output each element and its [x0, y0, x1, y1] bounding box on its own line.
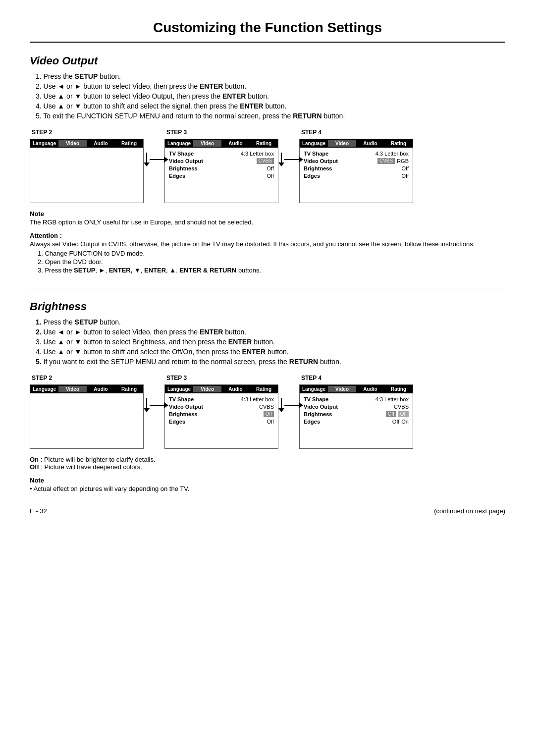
section-divider — [30, 289, 505, 289]
arrow-1 — [144, 153, 164, 166]
bar-audio: Audio — [221, 140, 250, 147]
bar-language: Language — [300, 386, 328, 392]
continued-label: (continued on next page) — [434, 507, 505, 515]
row-brightness: Brightness Off Off — [304, 411, 409, 417]
off-note: Off : Picture will have deepened colors. — [30, 463, 505, 471]
bar-audio: Audio — [356, 140, 384, 147]
b-step4-content: TV Shape 4:3 Letter box Video Output CVB… — [300, 393, 413, 429]
b-step4-box: Language Video Audio Rating TV Shape 4:3… — [299, 384, 413, 449]
row-edges: Edges Off — [169, 419, 274, 425]
b-step2-bar: Language Video Audio Rating — [30, 385, 143, 393]
vo-step3-content: TV Shape 4:3 Letter box Video Output CVB… — [165, 148, 278, 183]
row-tvshape: TV Shape 4:3 Letter box — [304, 151, 409, 157]
brightness-title: Brightness — [30, 300, 505, 313]
b-step-2: 2. Use ◄ or ► button to select Video, th… — [30, 328, 505, 336]
bar-audio: Audio — [356, 386, 384, 392]
b-step3-box: Language Video Audio Rating TV Shape 4:3… — [164, 384, 278, 449]
b-step3-col: STEP 3 Language Video Audio Rating TV Sh… — [164, 375, 278, 449]
brightness-steps: 1. Press the SETUP button. 2. Use ◄ or ►… — [30, 318, 505, 366]
row-videooutput: Video Output CVBS RGB — [304, 158, 409, 164]
b-step3-label: STEP 3 — [164, 375, 187, 381]
vo-step3-col: STEP 3 Language Video Audio Rating TV Sh… — [164, 129, 278, 203]
footer: E - 32 (continued on next page) — [30, 507, 505, 515]
vo-step4-content: TV Shape 4:3 Letter box Video Output CVB… — [300, 148, 413, 183]
b-step2-content — [30, 393, 143, 443]
bar-audio: Audio — [87, 386, 115, 392]
note-text: The RGB option is ONLY useful for use in… — [30, 218, 505, 226]
bar-language: Language — [165, 140, 193, 147]
on-off-notes: On : Picture will be brighter to clarify… — [30, 456, 505, 471]
row-tvshape: TV Shape 4:3 Letter box — [169, 151, 274, 157]
vo-step2-box: Language Video Audio Rating — [30, 139, 144, 203]
video-output-diagram: STEP 2 Language Video Audio Rating — [30, 129, 505, 203]
vo-step3-label: STEP 3 — [164, 129, 187, 136]
row-brightness: Brightness Off — [169, 165, 274, 171]
bar-rating: Rating — [115, 140, 143, 147]
video-output-section: Video Output 1. Press the SETUP button. … — [30, 54, 505, 274]
bar-audio: Audio — [221, 386, 250, 392]
vo-step3-box: Language Video Audio Rating TV Shape 4:3… — [164, 139, 278, 203]
video-output-steps: 1. Press the SETUP button. 2. Use ◄ or ►… — [30, 72, 505, 120]
bar-video: Video — [193, 386, 221, 392]
brightness-note: Note • Actual effect on pictures will va… — [30, 477, 505, 492]
step-4: 4. Use ▲ or ▼ button to shift and select… — [30, 102, 505, 110]
bar-language: Language — [300, 140, 328, 147]
bar-language: Language — [30, 386, 58, 392]
vo-note: Note The RGB option is ONLY useful for u… — [30, 210, 505, 226]
row-edges: Edges Off On — [304, 419, 409, 425]
step-3: 3. Use ▲ or ▼ button to select Video Out… — [30, 92, 505, 100]
vo-step2-label: STEP 2 — [30, 129, 52, 136]
b-step2-box: Language Video Audio Rating — [30, 384, 144, 449]
brightness-section: Brightness 1. Press the SETUP button. 2.… — [30, 300, 505, 492]
b-step4-col: STEP 4 Language Video Audio Rating TV Sh… — [299, 375, 413, 449]
bar-video: Video — [328, 386, 356, 392]
b-step-4: 4. Use ▲ or ▼ button to shift and select… — [30, 348, 505, 356]
row-videooutput: Video Output CVBS — [304, 404, 409, 410]
bar-rating: Rating — [250, 140, 278, 147]
b-step2-label: STEP 2 — [30, 375, 52, 381]
bar-video: Video — [193, 140, 221, 147]
bar-video: Video — [58, 386, 87, 392]
note-title: Note — [30, 477, 505, 484]
bar-rating: Rating — [384, 386, 413, 392]
bar-video: Video — [328, 140, 356, 147]
b-step-5: 5. If you want to exit the SETUP MENU an… — [30, 358, 505, 366]
row-tvshape: TV Shape 4:3 Letter box — [304, 396, 409, 402]
b-step3-bar: Language Video Audio Rating — [165, 385, 278, 393]
att-item-3: 3. Press the SETUP, ►, ENTER, ▼, ENTER, … — [38, 267, 505, 274]
page-title: Customizing the Function Settings — [30, 20, 505, 43]
att-item-1: 1. Change FUNCTION to DVD mode. — [38, 250, 505, 257]
b-step-1: 1. Press the SETUP button. — [30, 318, 505, 326]
vo-step2-col: STEP 2 Language Video Audio Rating — [30, 129, 144, 203]
row-brightness: Brightness Off — [304, 165, 409, 171]
bar-rating: Rating — [250, 386, 278, 392]
video-output-title: Video Output — [30, 54, 505, 67]
row-videooutput: Video Output CVBS — [169, 404, 274, 410]
step-5: 5. To exit the FUNCTION SETUP MENU and r… — [30, 112, 505, 120]
row-edges: Edges Off — [169, 173, 274, 179]
bar-video: Video — [58, 140, 87, 147]
note-title: Note — [30, 210, 505, 217]
step-1: 1. Press the SETUP button. — [30, 72, 505, 80]
b-step3-content: TV Shape 4:3 Letter box Video Output CVB… — [165, 393, 278, 429]
page-number: E - 32 — [30, 507, 47, 515]
vo-step4-bar: Language Video Audio Rating — [300, 139, 413, 148]
b-step4-label: STEP 4 — [299, 375, 321, 381]
b-step-3: 3. Use ▲ or ▼ button to select Brightnes… — [30, 338, 505, 346]
bar-rating: Rating — [115, 386, 143, 392]
bar-language: Language — [30, 140, 58, 147]
b-arrow-1 — [144, 398, 164, 412]
step-2: 2. Use ◄ or ► button to select Video, th… — [30, 82, 505, 90]
vo-attention: Attention : Always set Video Output in C… — [30, 232, 505, 274]
vo-step2-bar: Language Video Audio Rating — [30, 139, 143, 148]
vo-step3-bar: Language Video Audio Rating — [165, 139, 278, 148]
b-arrow-2 — [278, 398, 299, 412]
attention-title: Attention : — [30, 232, 505, 239]
bar-audio: Audio — [87, 140, 115, 147]
arrow-2 — [278, 153, 299, 166]
vo-step4-box: Language Video Audio Rating TV Shape 4:3… — [299, 139, 413, 203]
row-edges: Edges Off — [304, 173, 409, 179]
bar-rating: Rating — [384, 140, 413, 147]
vo-step4-label: STEP 4 — [299, 129, 321, 136]
vo-step4-col: STEP 4 Language Video Audio Rating TV Sh… — [299, 129, 413, 203]
